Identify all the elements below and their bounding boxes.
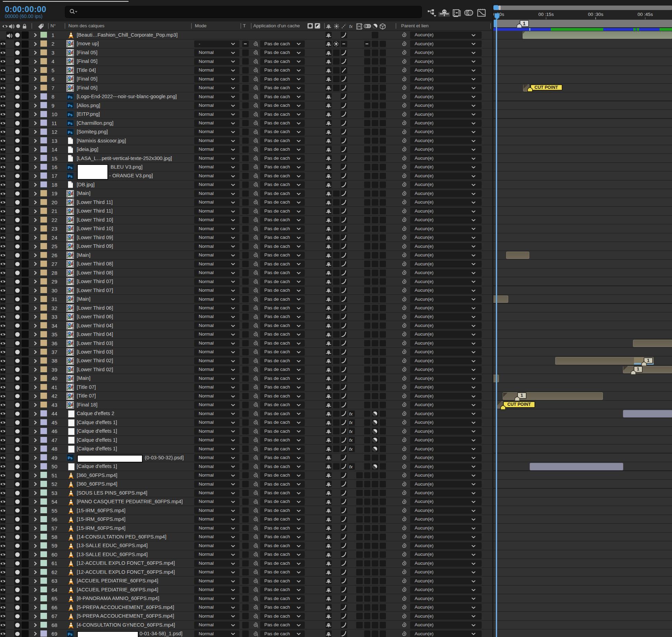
svg-text:fx: fx [349,464,353,469]
svg-text:Ps: Ps [68,104,73,108]
svg-text:Ps: Ps [68,632,73,636]
svg-text:Ps: Ps [68,121,73,125]
svg-text:Ps: Ps [68,174,73,178]
svg-text:Ps: Ps [68,112,73,116]
svg-text:fx: fx [349,438,353,443]
svg-text:Ps: Ps [68,95,73,99]
svg-text:fx: fx [349,24,353,29]
svg-text:fx: fx [349,429,353,434]
svg-text:Ps: Ps [68,456,73,460]
svg-text:Ps: Ps [68,165,73,169]
svg-text:fx: fx [349,420,353,425]
svg-text:fx: fx [349,411,353,416]
svg-text:fx: fx [349,446,353,451]
svg-text:Ps: Ps [68,130,73,134]
